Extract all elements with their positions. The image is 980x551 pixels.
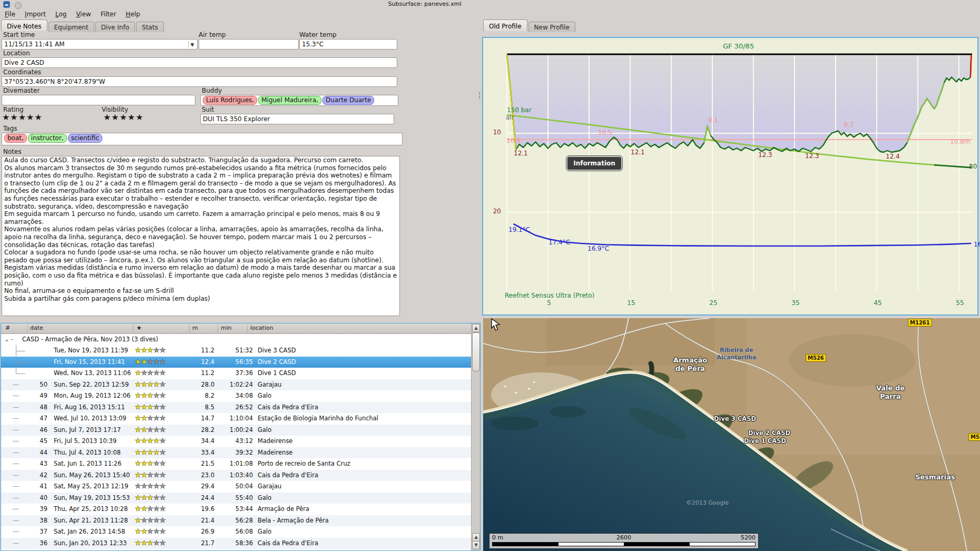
time-tick: 45 [873, 299, 883, 307]
road-badge: M526 [806, 354, 826, 362]
air-temp-label: Air temp [199, 31, 226, 38]
scroll-down-button[interactable]: ▼ [472, 541, 480, 549]
tab-equipment[interactable]: Equipment [48, 22, 94, 32]
menu-import[interactable]: Import [20, 9, 51, 19]
dive-site-map[interactable]: Armaçãode PêraRibeira deAlcantarilhaVale… [483, 318, 980, 551]
star-icon: ★ [160, 403, 166, 411]
star-icon: ★ [2, 112, 10, 122]
table-row[interactable]: 50Sun, Sep 22, 2013 12:59★★★★★28.01:02:2… [1, 379, 472, 390]
map-place-label: Armaçãode Pêra [673, 356, 707, 373]
star-icon: ★ [141, 358, 148, 366]
table-row[interactable]: 48Fri, Aug 16, 2013 15:11★★★★★8.526:52Ca… [1, 402, 472, 413]
water-temp-field[interactable] [299, 39, 397, 50]
table-row[interactable]: 46Sun, Jul 7, 2013 17:17★★★★★28.21:00:24… [1, 425, 472, 436]
table-row[interactable]: Tue, Nov 19, 2013 11:39★★★★★11.251:32Div… [1, 345, 472, 356]
dive-list-table[interactable]: #date★mminlocation ⌄–CASD - Armação de P… [1, 323, 481, 551]
suit-field[interactable] [200, 114, 394, 124]
depth-annotation: 12.1 [631, 149, 645, 156]
menu-view[interactable]: View [71, 9, 95, 19]
star-icon: ★ [128, 112, 135, 122]
column-header-stars[interactable]: ★ [136, 324, 142, 331]
notes-textarea[interactable]: Aula do curso CASD. Transectos c/video e… [2, 156, 400, 316]
star-icon: ★ [147, 505, 153, 513]
table-row[interactable]: Wed, Nov 13, 2013 11:06★★★★★11.237:36Div… [1, 368, 472, 379]
star-icon: ★ [147, 414, 153, 422]
column-header-depth[interactable]: m [192, 324, 198, 331]
menu-file[interactable]: File [0, 9, 20, 19]
tab-new-profile[interactable]: New Profile [528, 22, 575, 32]
mean-depth-left-label: 10.6 [506, 137, 521, 144]
table-row[interactable]: 47Wed, Jul 10, 2013 13:09★★★★★14.71:10:0… [1, 413, 472, 424]
table-row[interactable]: 38Sun, Apr 21, 2013 11:28★★★★★21.456:28B… [1, 515, 472, 526]
time-tick: 55 [955, 299, 965, 307]
table-row[interactable]: 41Sat, May 25, 2013 12:19★★★★★29.450:04G… [1, 481, 472, 492]
tab-stats[interactable]: Stats [136, 22, 164, 32]
column-header-date[interactable]: date [30, 324, 43, 331]
star-icon: ★ [135, 346, 141, 354]
buddy-field[interactable]: Luís Rodrigues,Miguel Madureira,Duarte D… [200, 95, 398, 106]
dive-list-scrollbar[interactable]: ▲ ▲ ▼ [471, 323, 480, 550]
rating-stars[interactable]: ★★★★★ [2, 113, 43, 122]
star-icon: ★ [160, 539, 166, 547]
chevron-down-icon[interactable]: ▼ [188, 41, 196, 48]
visibility-stars[interactable]: ★★★★★ [103, 113, 144, 122]
star-icon: ★ [147, 459, 153, 467]
dive-list-header[interactable]: #date★mminlocation [1, 323, 472, 334]
divemaster-field[interactable] [2, 95, 195, 105]
pressure-start-label: 150 bar [507, 106, 532, 114]
coordinates-field[interactable] [2, 76, 397, 87]
dive-profile-chart[interactable]: GF 30/85 150 bar air 10 20 10.6 10.8m 80… [482, 37, 978, 316]
tab-old-profile[interactable]: Old Profile [483, 19, 527, 31]
time-tick: 15 [626, 299, 636, 307]
table-row[interactable]: 37Sat, Jan 26, 2013 14:58★★★★★26.956:08G… [1, 526, 472, 537]
star-icon: ★ [153, 358, 160, 366]
star-icon: ★ [141, 471, 148, 479]
column-header-location[interactable]: location [250, 324, 273, 331]
mouse-cursor-icon [491, 318, 504, 332]
table-row[interactable]: Fri, Nov 15, 2013 11:41★★★★★12.456:35Div… [1, 357, 472, 368]
scroll-up-button[interactable]: ▲ [472, 324, 480, 332]
star-icon: ★ [135, 426, 141, 434]
scale-segments [492, 542, 756, 546]
star-icon: ★ [18, 112, 26, 122]
depth-annotation: 12.3 [758, 151, 772, 159]
table-row[interactable]: 45Fri, Jul 5, 2013 10:39★★★★★34.443:12Ma… [1, 436, 472, 447]
star-icon: ★ [147, 437, 153, 445]
air-temp-field[interactable] [199, 39, 299, 50]
table-row[interactable]: 36Sun, Jan 20, 2013 12:33★★★★★21.758:36C… [1, 538, 472, 549]
tab-dive-info[interactable]: Dive Info [95, 22, 135, 32]
menu-help[interactable]: Help [121, 9, 145, 19]
star-icon: ★ [147, 380, 153, 388]
start-time-value: 11/15/13 11:41 AM [4, 41, 65, 48]
star-icon: ★ [147, 516, 153, 524]
star-icon: ★ [141, 426, 148, 434]
start-time-combobox[interactable]: 11/15/13 11:41 AM ▼ [2, 39, 198, 50]
table-row[interactable]: 39Thu, Apr 25, 2013 10:28★★★★★19.653:44A… [1, 504, 472, 515]
table-row[interactable]: 44Thu, Jul 4, 2013 10:08★★★★★33.439:32Ma… [1, 447, 472, 458]
window-title: Subsurface: paneves.xml [0, 1, 849, 7]
table-row[interactable]: 42Sun, May 26, 2013 15:40★★★★★23.01:03:4… [1, 470, 472, 481]
location-field[interactable] [2, 57, 397, 68]
tab-dive-notes[interactable]: Dive Notes [1, 19, 47, 31]
table-row[interactable]: 40Sun, May 19, 2013 15:53★★★★★24.455:40G… [1, 493, 472, 504]
column-header-duration[interactable]: min [221, 324, 232, 331]
star-icon: ★ [160, 459, 166, 467]
star-icon: ★ [153, 516, 160, 524]
table-row[interactable]: 43Sat, Jun 1, 2013 11:26★★★★★21.51:01:08… [1, 458, 472, 469]
star-icon: ★ [153, 346, 160, 354]
tags-field[interactable]: boat,instructor,scientific [2, 133, 403, 145]
menu-filter[interactable]: Filter [96, 9, 121, 19]
panel-splitter[interactable] [479, 92, 482, 99]
depth-annotation: 12.4 [886, 153, 900, 160]
dive-trip-group-row[interactable]: ⌄–CASD - Armação de Pêra, Nov 2013 (3 di… [1, 334, 472, 345]
column-header-num[interactable]: # [5, 324, 10, 331]
information-button[interactable]: Information [566, 156, 622, 171]
table-row[interactable]: 49Mon, Aug 19, 2013 12:06★★★★★8.234:08Ga… [1, 390, 472, 401]
menu-log[interactable]: Log [51, 9, 71, 19]
star-icon: ★ [120, 112, 128, 122]
scroll-thumb[interactable] [472, 332, 480, 371]
star-icon: ★ [160, 380, 166, 388]
profile-tabbar: Old ProfileNew Profile [483, 19, 576, 31]
star-icon: ★ [147, 358, 153, 366]
scroll-up-button-2[interactable]: ▲ [472, 533, 480, 542]
